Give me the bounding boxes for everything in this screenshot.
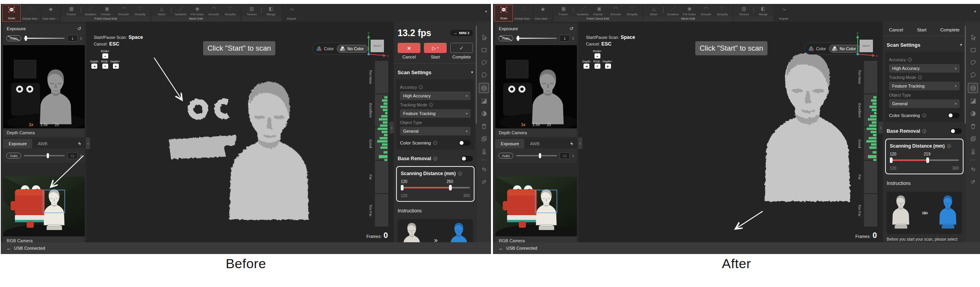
- color-option[interactable]: Color: [316, 46, 334, 51]
- toolbar-mesh-isolation-button[interactable]: ⋰Isolation: [665, 5, 681, 16]
- tracking-mode-dropdown[interactable]: Feature Tracking▾: [400, 109, 471, 118]
- distance-min-handle[interactable]: [401, 185, 404, 190]
- invert-selection-icon[interactable]: [968, 96, 978, 106]
- depth-exposure-value[interactable]: 1: [67, 35, 78, 42]
- info-icon[interactable]: i: [922, 113, 926, 117]
- paint-select-icon[interactable]: [968, 146, 978, 156]
- toolbar-collapse-icon[interactable]: ▴: [485, 9, 487, 13]
- toolbar-global-marker-button[interactable]: ∴ Global Mar···: [22, 5, 40, 22]
- toolbar-export-button[interactable]: ↑▾ Export: [775, 5, 793, 22]
- info-icon[interactable]: i: [419, 85, 423, 89]
- distance-max-handle[interactable]: [449, 185, 452, 190]
- toolbar-mesh-button[interactable]: △Mesh: [645, 5, 662, 16]
- toolbar-simplify-button[interactable]: ∵Simplify: [624, 5, 640, 16]
- key-right-button[interactable]: ▶: [113, 64, 119, 69]
- zoom-2x[interactable]: 2x: [55, 122, 59, 127]
- complete-label[interactable]: Complete: [940, 27, 960, 32]
- tracking-mode-dropdown[interactable]: Feature Tracking▾: [889, 82, 960, 90]
- accuracy-dropdown[interactable]: High Accuracy▾: [889, 64, 960, 73]
- object-type-dropdown[interactable]: General▾: [889, 99, 960, 108]
- tab-awb[interactable]: AWB: [524, 139, 545, 148]
- info-icon[interactable]: i: [433, 141, 437, 145]
- depth-auto-exposure-button[interactable]: Auto: [498, 35, 513, 41]
- hide-unselected-icon[interactable]: [968, 109, 978, 118]
- zoom-1-5x[interactable]: 1.5x: [40, 122, 48, 127]
- zoom-2x[interactable]: 2x: [547, 122, 551, 127]
- object-type-dropdown[interactable]: General▾: [400, 127, 471, 135]
- hide-unselected-icon[interactable]: [479, 109, 489, 118]
- rgb-exposure-slider[interactable]: [516, 155, 557, 156]
- paint-select-icon[interactable]: [479, 146, 489, 156]
- orientation-gizmo[interactable]: Z X FRONT: [364, 31, 389, 59]
- click-start-to-scan-button[interactable]: Click "Start" to scan: [695, 41, 767, 55]
- color-option[interactable]: Color: [809, 46, 826, 51]
- key-down-button[interactable]: ▼: [595, 64, 600, 69]
- rgb-exposure-slider[interactable]: [24, 155, 65, 156]
- accuracy-dropdown[interactable]: High Accuracy▾: [400, 91, 471, 100]
- depth-exposure-stepper[interactable]: ▴▾: [80, 37, 82, 40]
- rgb-exposure-value[interactable]: 42: [67, 152, 78, 159]
- delete-selection-icon[interactable]: [479, 121, 489, 131]
- info-icon[interactable]: i: [918, 75, 922, 79]
- info-icon[interactable]: i: [947, 144, 951, 148]
- toolbar-texture-button[interactable]: ▨Texture: [736, 5, 752, 16]
- sphere-select-icon[interactable]: [968, 83, 978, 93]
- info-icon[interactable]: i: [429, 103, 433, 107]
- orientation-gizmo[interactable]: Z X FRONT: [853, 31, 878, 59]
- undo-icon[interactable]: [968, 164, 978, 174]
- flash-off-icon[interactable]: ϟ: [571, 141, 573, 146]
- depth-exposure-stepper[interactable]: ▴▾: [573, 37, 574, 40]
- scanning-distance-slider[interactable]: 120 219: [890, 155, 959, 165]
- key-left-button[interactable]: ◀: [584, 64, 589, 69]
- toolbar-fusion-button[interactable]: ▦Fusion: [63, 5, 80, 16]
- rect-select-icon[interactable]: [479, 45, 489, 55]
- toolbar-export-button[interactable]: ↑▾ Export: [282, 5, 301, 22]
- circle-lasso-select-icon[interactable]: [479, 70, 489, 80]
- zoom-1x[interactable]: 1x: [29, 122, 33, 127]
- toolbar-fill-holes-button[interactable]: ◉Fill Holes: [681, 5, 698, 16]
- toolbar-smooth-button[interactable]: ◠Smooth: [607, 5, 624, 16]
- flash-off-icon[interactable]: ϟ: [78, 141, 81, 146]
- toolbar-texture-button[interactable]: ▨Texture: [244, 5, 260, 16]
- start-scan-button[interactable]: ▷▾: [424, 43, 447, 53]
- key-up-button[interactable]: ▲: [595, 53, 600, 58]
- rgb-auto-exposure-button[interactable]: Auto: [6, 153, 21, 159]
- scan-settings-header[interactable]: Scan Settings▾: [887, 39, 962, 50]
- toolbar-overlap-button[interactable]: ▣Overla···: [99, 5, 115, 16]
- complete-scan-button[interactable]: ✓: [450, 43, 473, 53]
- redo-icon[interactable]: [479, 177, 489, 186]
- cancel-scan-button[interactable]: ×: [398, 43, 420, 53]
- info-icon[interactable]: i: [908, 58, 912, 62]
- toolbar-isolation-button[interactable]: ⋰Isolation: [82, 5, 99, 16]
- tab-exposure[interactable]: Exposure: [495, 139, 524, 148]
- color-scanning-toggle[interactable]: [459, 140, 471, 146]
- toolbar-overlap-button[interactable]: ▣Overla···: [591, 5, 607, 16]
- duplicate-icon[interactable]: [479, 134, 489, 143]
- toolbar-mesh-simplify-button[interactable]: ∵Simplify: [222, 5, 238, 16]
- color-scanning-toggle[interactable]: [948, 113, 960, 118]
- tab-exposure[interactable]: Exposure: [3, 139, 32, 148]
- toolbar-global-marker-button[interactable]: ∴ Global Mar···: [514, 5, 533, 22]
- toolbar-merge-button[interactable]: ◧Merge: [755, 5, 771, 16]
- color-mode-toggle[interactable]: Color No Color: [312, 42, 370, 55]
- depth-exposure-slider[interactable]: [24, 38, 65, 39]
- cursor-select-icon[interactable]: [479, 33, 489, 42]
- zoom-1x[interactable]: 1x: [521, 122, 525, 127]
- click-start-to-scan-button[interactable]: Click "Start" to scan: [203, 41, 275, 55]
- sidebar-collapse-handle[interactable]: ‹: [86, 137, 90, 149]
- toolbar-mesh-button[interactable]: △Mesh: [153, 5, 170, 16]
- scanning-distance-slider[interactable]: 120 250: [401, 183, 470, 193]
- key-left-button[interactable]: ◀: [91, 64, 97, 69]
- flip-preview-icon[interactable]: ↺: [569, 26, 573, 31]
- no-color-option-selected[interactable]: No Color: [337, 45, 368, 53]
- toolbar-simplify-button[interactable]: ∵Simplify: [132, 5, 148, 16]
- toolbar-one-click-button[interactable]: ◈ One-click ···: [42, 5, 60, 22]
- toolbar-merge-button[interactable]: ◧Merge: [263, 5, 279, 16]
- duplicate-icon[interactable]: [968, 134, 978, 143]
- start-label[interactable]: Start: [917, 27, 926, 32]
- sidebar-collapse-handle[interactable]: ‹: [578, 137, 582, 149]
- delete-selection-icon[interactable]: [968, 121, 978, 131]
- scan-settings-header[interactable]: Scan Settings▾: [398, 67, 473, 78]
- rgb-exposure-value[interactable]: 42: [560, 152, 570, 159]
- toolbar-mesh-smooth-button[interactable]: ◠Smooth: [698, 5, 714, 16]
